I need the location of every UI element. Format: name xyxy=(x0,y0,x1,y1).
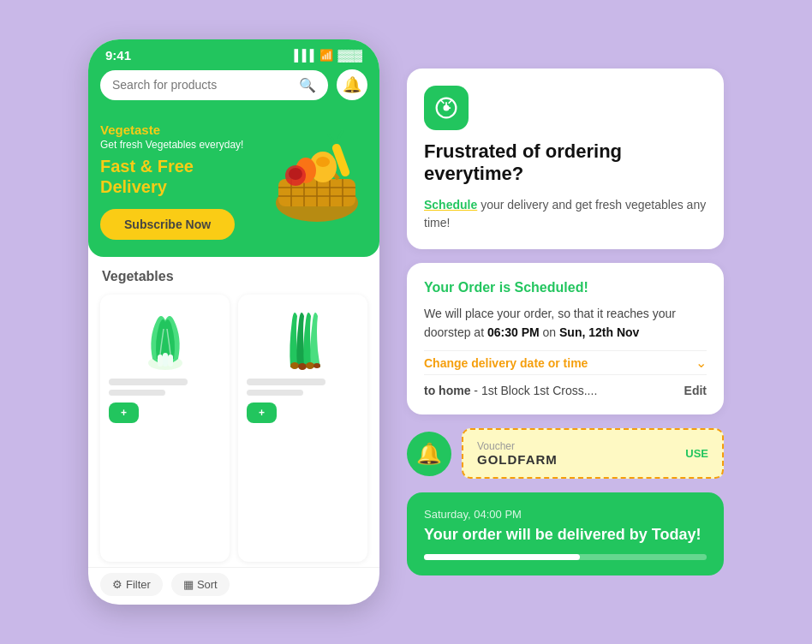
products-grid: + + xyxy=(88,289,379,567)
svg-line-11 xyxy=(338,130,343,139)
voucher-label: Voucher xyxy=(477,440,558,452)
svg-point-21 xyxy=(290,362,299,369)
delivery-progress-bar xyxy=(424,554,707,560)
svg-line-27 xyxy=(441,100,445,104)
voucher-row: 🔔 Voucher GOLDFARM USE xyxy=(407,428,724,479)
frustrated-card: Frustrated of ordering everytime? Schedu… xyxy=(407,69,724,249)
bell-icon-large: 🔔 xyxy=(416,442,442,466)
banner-subtitle: Get fresh Vegetables everyday! xyxy=(100,139,248,151)
scheduled-body: We will place your order, so that it rea… xyxy=(424,304,707,343)
change-delivery-text: Change delivery date or time xyxy=(424,356,588,370)
scheduled-order-card: Your Order is Scheduled! We will place y… xyxy=(407,263,724,415)
address-text: to home - 1st Block 1st Cross.... xyxy=(424,384,597,397)
delivery-card: Saturday, 04:00 PM Your order will be de… xyxy=(407,492,724,575)
filter-button[interactable]: ⚙ Filter xyxy=(100,573,163,596)
sort-button[interactable]: ▦ Sort xyxy=(171,573,230,596)
svg-point-16 xyxy=(289,168,302,180)
delivery-time-value: 06:30 PM xyxy=(487,325,540,339)
search-input[interactable] xyxy=(112,78,292,92)
svg-point-24 xyxy=(313,363,320,368)
status-time: 9:41 xyxy=(105,48,131,63)
svg-point-13 xyxy=(316,157,330,167)
search-bar-area: 🔍 🔔 xyxy=(88,69,379,110)
frustrated-body: Schedule your delivery and get fresh veg… xyxy=(424,196,707,232)
edit-address-button[interactable]: Edit xyxy=(684,384,707,397)
svg-line-28 xyxy=(449,100,452,104)
product-name-bar-2 xyxy=(247,379,325,385)
basket-illustration xyxy=(261,117,373,229)
product-sub-bar-2 xyxy=(247,390,303,396)
delivery-progress-fill xyxy=(424,554,580,560)
wifi-icon: 📶 xyxy=(319,49,333,62)
product-sub-bar-1 xyxy=(109,390,165,396)
subscribe-button[interactable]: Subscribe Now xyxy=(100,209,235,240)
banner-title: Fast & Free Delivery xyxy=(100,156,248,197)
change-delivery-button[interactable]: Change delivery date or time ⌄ xyxy=(424,350,707,375)
voucher-code: GOLDFARM xyxy=(477,452,558,467)
product-add-btn-2[interactable]: + xyxy=(247,402,277,423)
status-bar: 9:41 ▐▐▐ 📶 ▓▓▓ xyxy=(88,39,379,69)
delivery-address-row: to home - 1st Block 1st Cross.... Edit xyxy=(424,384,707,397)
sort-icon: ▦ xyxy=(183,578,194,591)
bell-icon: 🔔 xyxy=(343,75,361,94)
bottom-bar: ⚙ Filter ▦ Sort xyxy=(88,567,379,605)
on-label: on xyxy=(540,325,559,339)
chevron-down-icon: ⌄ xyxy=(696,355,707,371)
search-icon: 🔍 xyxy=(299,77,316,93)
address-label: to home xyxy=(424,384,470,397)
svg-point-22 xyxy=(298,363,307,370)
delivery-schedule-time: Saturday, 04:00 PM xyxy=(424,508,707,521)
svg-point-23 xyxy=(306,362,314,369)
voucher-bell-icon: 🔔 xyxy=(407,432,451,476)
product-image-2 xyxy=(247,303,359,372)
product-image-1 xyxy=(109,303,221,372)
product-name-bar-1 xyxy=(109,379,188,385)
scheduled-title: Your Order is Scheduled! xyxy=(424,280,707,295)
notification-bell[interactable]: 🔔 xyxy=(337,69,367,100)
product-add-btn-1[interactable]: + xyxy=(109,402,139,423)
svg-line-10 xyxy=(328,134,334,141)
schedule-link[interactable]: Schedule xyxy=(424,198,477,212)
voucher-info: Voucher GOLDFARM xyxy=(477,440,558,467)
svg-rect-19 xyxy=(168,355,173,367)
phone-mockup: 9:41 ▐▐▐ 📶 ▓▓▓ 🔍 🔔 Vegetaste Get fresh V… xyxy=(88,39,379,605)
promo-banner: Vegetaste Get fresh Vegetables everyday!… xyxy=(88,110,379,257)
product-card-1[interactable]: + xyxy=(100,295,230,562)
signal-icon: ▐▐▐ xyxy=(290,49,314,62)
right-panel: Frustrated of ordering everytime? Schedu… xyxy=(407,69,724,576)
filter-icon: ⚙ xyxy=(112,578,122,591)
voucher-use-button[interactable]: USE xyxy=(685,447,708,460)
svg-rect-20 xyxy=(163,353,168,367)
svg-rect-18 xyxy=(158,355,163,367)
filter-label: Filter xyxy=(126,578,151,591)
battery-icon: ▓▓▓ xyxy=(338,49,362,62)
product-card-2[interactable]: + xyxy=(238,295,367,562)
schedule-icon-circle xyxy=(424,86,469,130)
frustrated-headline: Frustrated of ordering everytime? xyxy=(424,140,707,186)
section-title: Vegetables xyxy=(88,257,379,289)
banner-brand: Vegetaste xyxy=(100,122,248,137)
banner-text: Vegetaste Get fresh Vegetables everyday!… xyxy=(100,122,248,240)
status-icons: ▐▐▐ 📶 ▓▓▓ xyxy=(290,49,362,62)
delivery-date-value: Sun, 12th Nov xyxy=(559,325,639,339)
sort-label: Sort xyxy=(197,578,218,591)
search-input-wrap[interactable]: 🔍 xyxy=(100,70,328,100)
voucher-card[interactable]: Voucher GOLDFARM USE xyxy=(462,428,724,479)
address-value: - 1st Block 1st Cross.... xyxy=(474,384,597,397)
delivery-message: Your order will be delivered by Today! xyxy=(424,526,707,544)
